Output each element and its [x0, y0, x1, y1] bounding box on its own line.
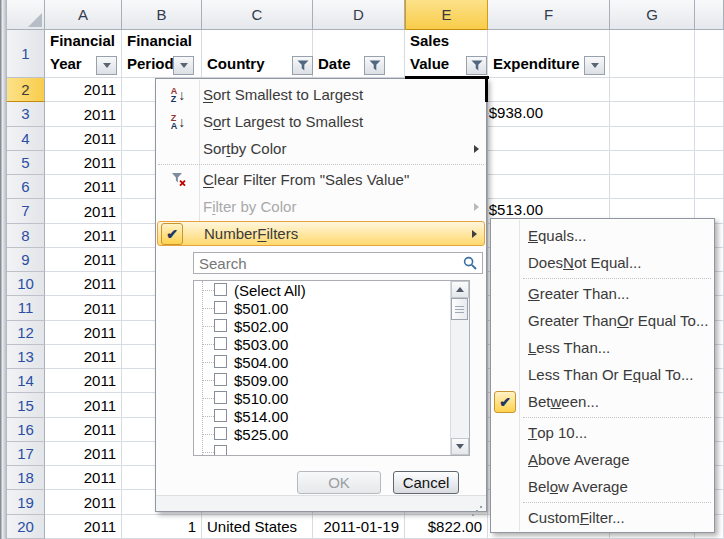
cell-G1[interactable] — [610, 30, 695, 78]
column-header-B[interactable]: B — [122, 0, 202, 30]
row-header-1[interactable]: 1 — [7, 30, 45, 78]
row-header-9[interactable]: 9 — [7, 248, 45, 272]
row-header-7[interactable]: 7 — [7, 199, 45, 223]
cell-C20[interactable]: United States — [202, 515, 313, 539]
cell-A6[interactable]: 2011 — [45, 175, 122, 199]
value-checkbox[interactable] — [214, 373, 227, 386]
value-row--514-00[interactable]: $514.00 — [194, 407, 469, 425]
row-header-15[interactable]: 15 — [7, 393, 45, 417]
cell-A8[interactable]: 2011 — [45, 224, 122, 248]
value-checkbox[interactable] — [214, 283, 227, 296]
select-all-corner[interactable] — [7, 0, 45, 30]
cell-H4[interactable] — [695, 127, 724, 151]
cell-A5[interactable]: 2011 — [45, 151, 122, 175]
cell-A3[interactable]: 2011 — [45, 102, 122, 126]
cell-A2[interactable]: 2011 — [45, 78, 122, 102]
cell-H3[interactable] — [695, 102, 724, 126]
row-header-2[interactable]: 2 — [7, 78, 45, 102]
filter-button-c-funnel[interactable] — [292, 56, 313, 75]
submenu-item-equals[interactable]: Equals... — [491, 222, 714, 249]
submenu-item-below-average[interactable]: Below Average — [491, 473, 714, 500]
cell-A13[interactable]: 2011 — [45, 345, 122, 369]
cell-D1[interactable]: Date — [313, 30, 405, 78]
cell-A7[interactable]: 2011 — [45, 199, 122, 223]
cell-G3[interactable] — [610, 102, 695, 126]
submenu-item-greater-than[interactable]: Greater Than... — [491, 280, 714, 307]
value-row--501-00[interactable]: $501.00 — [194, 299, 469, 317]
column-header-A[interactable]: A — [45, 0, 122, 30]
value-checkbox[interactable] — [214, 319, 227, 332]
row-header-3[interactable]: 3 — [7, 102, 45, 126]
submenu-item-does-not-equal[interactable]: Does Not Equal... — [491, 249, 714, 276]
value-row--525-00[interactable]: $525.00 — [194, 425, 469, 443]
row-header-10[interactable]: 10 — [7, 272, 45, 296]
cell-F3[interactable]: -$938.00 — [488, 102, 610, 126]
scrollbar-thumb[interactable] — [451, 298, 468, 320]
cell-E20[interactable]: $822.00 — [405, 515, 488, 539]
menu-item-sort-largest-to-smallest[interactable]: ZA↓Sort Largest to Smallest — [156, 108, 486, 135]
cell-H1[interactable] — [695, 30, 724, 78]
cell-H6[interactable] — [695, 175, 724, 199]
row-header-6[interactable]: 6 — [7, 175, 45, 199]
row-header-12[interactable]: 12 — [7, 321, 45, 345]
cell-A9[interactable]: 2011 — [45, 248, 122, 272]
row-header-8[interactable]: 8 — [7, 224, 45, 248]
column-header-D[interactable]: D — [313, 0, 405, 30]
cell-F6[interactable] — [488, 175, 610, 199]
cell-A11[interactable]: 2011 — [45, 296, 122, 320]
cell-A10[interactable]: 2011 — [45, 272, 122, 296]
menu-item-sort-by-color[interactable]: Sort by Color — [156, 135, 486, 162]
row-header-11[interactable]: 11 — [7, 296, 45, 320]
cell-G2[interactable] — [610, 78, 695, 102]
column-header-E[interactable]: E — [405, 0, 488, 30]
cell-G4[interactable] — [610, 127, 695, 151]
ok-button[interactable]: OK — [297, 471, 381, 494]
row-header-4[interactable]: 4 — [7, 127, 45, 151]
value-row--select-all-[interactable]: (Select All) — [194, 281, 469, 299]
cell-F4[interactable] — [488, 127, 610, 151]
cell-F2[interactable] — [488, 78, 610, 102]
submenu-item-top-10[interactable]: Top 10... — [491, 419, 714, 446]
cell-F5[interactable] — [488, 151, 610, 175]
cell-A19[interactable]: 2011 — [45, 490, 122, 514]
value-row--510-00[interactable]: $510.00 — [194, 389, 469, 407]
menu-item-number-filters[interactable]: ✔Number Filters — [157, 221, 485, 246]
cell-G6[interactable] — [610, 175, 695, 199]
submenu-item-between[interactable]: ✔Between... — [491, 388, 714, 415]
value-row--502-00[interactable]: $502.00 — [194, 317, 469, 335]
filter-button-d-funnel[interactable] — [364, 56, 385, 75]
row-header-18[interactable]: 18 — [7, 466, 45, 490]
submenu-item-greater-than-or-equal-to[interactable]: Greater Than Or Equal To... — [491, 307, 714, 334]
row-header-16[interactable]: 16 — [7, 418, 45, 442]
submenu-item-less-than[interactable]: Less Than... — [491, 334, 714, 361]
submenu-item-above-average[interactable]: Above Average — [491, 446, 714, 473]
filter-button-e-funnel[interactable] — [466, 56, 487, 75]
filter-button-f-arrow[interactable] — [584, 56, 605, 75]
value-row-partial[interactable] — [194, 443, 469, 456]
value-row--503-00[interactable]: $503.00 — [194, 335, 469, 353]
row-header-17[interactable]: 17 — [7, 442, 45, 466]
menu-item-filter-by-color[interactable]: Filter by Color — [156, 193, 486, 220]
value-checkbox[interactable] — [214, 391, 227, 404]
cell-A12[interactable]: 2011 — [45, 321, 122, 345]
menu-item-sort-smallest-to-largest[interactable]: AZ↓Sort Smallest to Largest — [156, 81, 486, 108]
cell-G5[interactable] — [610, 151, 695, 175]
submenu-item-less-than-or-equal-to[interactable]: Less Than Or Equal To... — [491, 361, 714, 388]
cell-A17[interactable]: 2011 — [45, 442, 122, 466]
cell-H5[interactable] — [695, 151, 724, 175]
value-checkbox[interactable] — [214, 355, 227, 368]
menu-item-clear-filter-from-sales-value[interactable]: Clear Filter From "Sales Value" — [156, 166, 486, 193]
row-header-13[interactable]: 13 — [7, 345, 45, 369]
value-checkbox[interactable] — [214, 337, 227, 350]
cell-D20[interactable]: 2011-01-19 — [313, 515, 405, 539]
cell-H2[interactable] — [695, 78, 724, 102]
row-header-14[interactable]: 14 — [7, 369, 45, 393]
submenu-item-custom-filter[interactable]: Custom Filter... — [491, 504, 714, 531]
row-header-20[interactable]: 20 — [7, 515, 45, 539]
row-header-5[interactable]: 5 — [7, 151, 45, 175]
cell-B20[interactable]: 1 — [122, 515, 202, 539]
row-header-19[interactable]: 19 — [7, 490, 45, 514]
cell-A14[interactable]: 2011 — [45, 369, 122, 393]
cancel-button[interactable]: Cancel — [393, 471, 459, 494]
column-header-partial[interactable] — [695, 0, 724, 30]
